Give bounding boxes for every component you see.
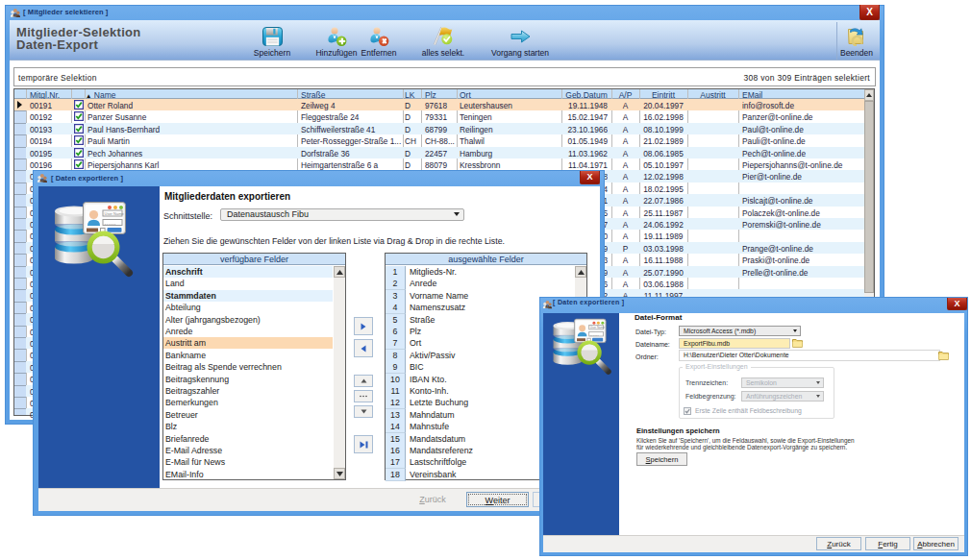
svg-text:......: ......: [105, 220, 116, 226]
svg-text:User Name: User Name: [105, 211, 125, 216]
svg-text:......: ......: [590, 332, 599, 337]
svg-text:User Name: User Name: [590, 326, 605, 329]
